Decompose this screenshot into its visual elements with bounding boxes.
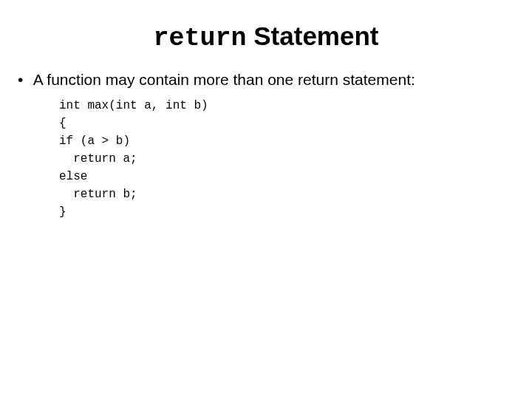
slide: return Statement • A function may contai…	[0, 0, 532, 399]
title-rest: Statement	[247, 21, 379, 50]
bullet-text: A function may contain more than one ret…	[30, 71, 415, 88]
code-line-6: return b;	[59, 188, 137, 201]
title-keyword: return	[154, 24, 247, 53]
bullet-marker: •	[18, 69, 30, 89]
code-line-2: {	[59, 117, 66, 130]
code-line-7: }	[59, 205, 66, 219]
slide-title: return Statement	[18, 22, 514, 53]
code-line-1: int max(int a, int b)	[59, 99, 208, 112]
bullet-item: • A function may contain more than one r…	[18, 69, 514, 89]
code-line-3: if (a > b)	[59, 134, 130, 148]
code-block: int max(int a, int b) { if (a > b) retur…	[59, 97, 514, 221]
code-line-5: else	[59, 170, 87, 183]
code-line-4: return a;	[59, 152, 137, 166]
